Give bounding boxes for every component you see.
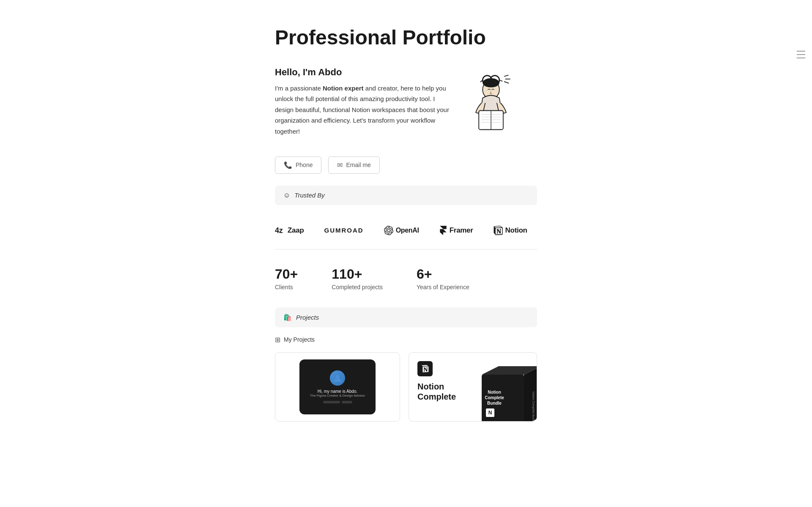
preview-avatar — [330, 370, 345, 386]
intro-description: I'm a passionate Notion expert and creat… — [275, 83, 453, 137]
svg-line-5 — [505, 75, 508, 76]
brand-framer: Framer — [439, 226, 473, 235]
scrollbar-hint — [797, 51, 805, 58]
phone-label: Phone — [296, 162, 313, 168]
svg-text:N: N — [488, 410, 492, 416]
brand-gumroad: GUMROAD — [324, 227, 363, 234]
openai-label: OpenAI — [396, 227, 419, 234]
projects-label: Projects — [296, 314, 319, 321]
stat-experience-label: Years of Experience — [417, 284, 469, 290]
portfolio-preview: Hi, my name is Abdo. The Figma Creator &… — [299, 359, 376, 414]
phone-button[interactable]: 📞 Phone — [275, 156, 321, 174]
trusted-label: Trusted By — [294, 192, 324, 199]
stats-row: 70+ Clients 110+ Completed projects 6+ Y… — [275, 266, 537, 290]
notion-bundle-card[interactable]: Notion Complete Notion Complete Bundle — [409, 352, 537, 422]
stat-projects-label: Completed projects — [332, 284, 383, 290]
intro-text-block: Hello, I'm Abdo I'm a passionate Notion … — [275, 67, 453, 137]
briefcase-icon: 🛍️ — [283, 313, 292, 321]
notion-brand-label: Notion — [505, 226, 527, 235]
projects-section-header: 🛍️ Projects — [275, 307, 537, 327]
svg-point-9 — [483, 78, 499, 88]
stat-clients: 70+ Clients — [275, 266, 298, 290]
notion-box-svg: Notion Complete Bundle N Notion Complete… — [473, 362, 537, 422]
my-projects-toggle[interactable]: ⊞ My Projects — [275, 336, 537, 344]
email-button[interactable]: ✉ Email me — [328, 156, 379, 174]
openai-icon — [384, 226, 393, 235]
page-title: Professional Portfolio — [275, 25, 537, 50]
person-illustration — [457, 67, 533, 143]
stat-experience-number: 6+ — [417, 266, 469, 282]
intro-section: Hello, I'm Abdo I'm a passionate Notion … — [275, 67, 537, 143]
stat-clients-number: 70+ — [275, 266, 298, 282]
preview-subtitle: The Figma Creator & Design Advisor — [310, 394, 365, 397]
svg-line-7 — [505, 82, 509, 83]
stat-experience: 6+ Years of Experience — [417, 266, 469, 290]
notion-box-container: Notion Complete Bundle N Notion Complete… — [473, 362, 537, 422]
portfolio-card[interactable]: Hi, my name is Abdo. The Figma Creator &… — [275, 352, 400, 422]
trusted-icon: ☺ — [283, 192, 290, 199]
brand-zaap: 4z Zaap — [275, 225, 304, 236]
main-container: Professional Portfolio Hello, I'm Abdo I… — [258, 0, 554, 438]
stat-projects: 110+ Completed projects — [332, 266, 383, 290]
zaap-label: Zaap — [288, 226, 304, 235]
bold-notion-expert: Notion expert — [323, 85, 364, 92]
svg-text:Notion: Notion — [488, 390, 501, 395]
phone-icon: 📞 — [284, 161, 292, 169]
svg-text:4z: 4z — [275, 226, 283, 235]
email-icon: ✉ — [337, 161, 343, 169]
scrollbar-line-1 — [797, 51, 805, 52]
intro-name: Hello, I'm Abdo — [275, 67, 453, 78]
notion-card-icon — [417, 361, 433, 376]
brand-notion: Notion — [494, 226, 527, 235]
brand-openai: OpenAI — [384, 226, 419, 235]
scrollbar-line-3 — [797, 58, 805, 58]
framer-icon — [439, 226, 447, 235]
framer-label: Framer — [450, 226, 473, 235]
stat-clients-label: Clients — [275, 284, 298, 290]
stat-projects-number: 110+ — [332, 266, 383, 282]
brands-row: 4z Zaap GUMROAD OpenAI Framer — [275, 219, 537, 249]
grid-icon: ⊞ — [275, 336, 280, 344]
project-cards: Hi, my name is Abdo. The Figma Creator &… — [275, 352, 537, 422]
notion-title-line2: Complete — [417, 392, 456, 401]
notion-card-svg — [421, 364, 429, 373]
scrollbar-line-2 — [797, 54, 805, 55]
trusted-section: ☺ Trusted By — [275, 186, 537, 205]
gumroad-label: GUMROAD — [324, 227, 363, 234]
contact-buttons: 📞 Phone ✉ Email me — [275, 156, 537, 174]
svg-text:Complete: Complete — [485, 395, 504, 400]
illustration — [453, 67, 537, 143]
notion-brand-icon — [494, 226, 503, 235]
my-projects-label: My Projects — [284, 336, 315, 343]
zaap-icon: 4z — [275, 225, 285, 236]
svg-text:Bundle: Bundle — [487, 401, 502, 406]
email-label: Email me — [346, 162, 370, 168]
preview-name: Hi, my name is Abdo. — [318, 389, 357, 394]
svg-text:Notion Complete Bundle: Notion Complete Bundle — [532, 392, 535, 422]
avatar-icon — [332, 373, 343, 383]
notion-title-line1: Notion — [417, 382, 444, 391]
